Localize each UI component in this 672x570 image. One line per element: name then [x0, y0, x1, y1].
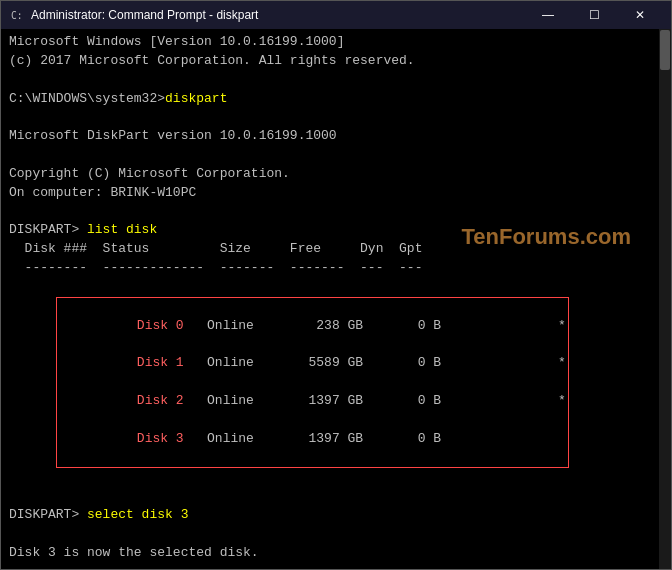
- line-disk-rows: Disk 0 Online 238 GB 0 B * Disk 1 Online…: [9, 278, 663, 487]
- disk1-rest: Online 5589 GB 0 B *: [184, 355, 566, 370]
- line-copyright2: Copyright (C) Microsoft Corporation.: [9, 165, 663, 184]
- line-empty4: [9, 203, 663, 222]
- disk1-label: Disk 1: [121, 355, 183, 370]
- svg-text:C:: C:: [11, 10, 23, 21]
- cmd-icon: C:: [9, 7, 25, 23]
- line-select-result: Disk 3 is now the selected disk.: [9, 544, 663, 563]
- prompt2: DISKPART>: [9, 507, 87, 522]
- disk3-rest: Online 1397 GB 0 B: [184, 431, 441, 446]
- terminal-content[interactable]: Microsoft Windows [Version 10.0.16199.10…: [1, 29, 671, 569]
- line-empty3: [9, 146, 663, 165]
- line-computer: On computer: BRINK-W10PC: [9, 184, 663, 203]
- disk0-rest: Online 238 GB 0 B *: [184, 318, 566, 333]
- disk3-label: Disk 3: [121, 431, 183, 446]
- line-diskpart-version: Microsoft DiskPart version 10.0.16199.10…: [9, 127, 663, 146]
- line-list-disk-prompt: DISKPART> list disk: [9, 221, 663, 240]
- window-title: Administrator: Command Prompt - diskpart: [31, 8, 525, 22]
- cmd-diskpart: diskpart: [165, 91, 227, 106]
- line-empty2: [9, 108, 663, 127]
- window-controls: — ☐ ✕: [525, 1, 663, 29]
- line-empty1: [9, 71, 663, 90]
- line-version: Microsoft Windows [Version 10.0.16199.10…: [9, 33, 663, 52]
- line-path: C:\WINDOWS\system32>diskpart: [9, 90, 663, 109]
- line-empty5: [9, 487, 663, 506]
- maximize-button[interactable]: ☐: [571, 1, 617, 29]
- line-select-prompt: DISKPART> select disk 3: [9, 506, 663, 525]
- scrollbar-thumb[interactable]: [660, 30, 670, 70]
- line-table-sep: -------- ------------- ------- ------- -…: [9, 259, 663, 278]
- disk0-label: Disk 0: [121, 318, 183, 333]
- cmd-list-disk: list disk: [87, 222, 157, 237]
- line-empty6: [9, 525, 663, 544]
- line-copyright1: (c) 2017 Microsoft Corporation. All righ…: [9, 52, 663, 71]
- close-button[interactable]: ✕: [617, 1, 663, 29]
- disk2-rest: Online 1397 GB 0 B *: [184, 393, 566, 408]
- line-table-header: Disk ### Status Size Free Dyn Gpt: [9, 240, 663, 259]
- line-empty7: [9, 563, 663, 569]
- scrollbar[interactable]: [659, 29, 671, 569]
- cmd-select: select disk 3: [87, 507, 188, 522]
- title-bar: C: Administrator: Command Prompt - diskp…: [1, 1, 671, 29]
- window: C: Administrator: Command Prompt - diskp…: [0, 0, 672, 570]
- minimize-button[interactable]: —: [525, 1, 571, 29]
- prompt1: DISKPART>: [9, 222, 87, 237]
- disk-highlight-border: Disk 0 Online 238 GB 0 B * Disk 1 Online…: [56, 297, 569, 469]
- disk2-label: Disk 2: [121, 393, 183, 408]
